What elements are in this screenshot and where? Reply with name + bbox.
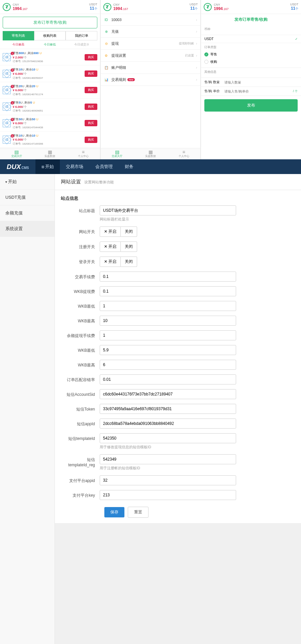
price-input[interactable] bbox=[224, 90, 293, 93]
sell-hex-icon: I卖 bbox=[3, 86, 11, 94]
tab-buy-list[interactable]: 收购列表 bbox=[34, 31, 66, 40]
toggle-off[interactable]: 关闭 bbox=[121, 241, 137, 252]
order-row: I卖3 寄售20U ,剩余20 U ¥ 6.000/个 订单号: 1620814… bbox=[0, 82, 100, 99]
field-label: 短信templateId bbox=[61, 433, 100, 442]
topnav-item[interactable]: 交易市场 bbox=[60, 159, 89, 174]
form-row: 短信AccountSid bbox=[61, 389, 295, 399]
buy-button[interactable]: 购买 bbox=[85, 137, 97, 143]
sell-hex-icon: I卖 bbox=[3, 53, 11, 61]
menu-item[interactable]: 📋 账户明细 › bbox=[101, 62, 201, 74]
sidebar-item[interactable]: 余额充值 bbox=[0, 205, 55, 221]
text-input[interactable] bbox=[100, 286, 236, 296]
usdt-label: USDT bbox=[89, 3, 97, 6]
text-input[interactable] bbox=[100, 475, 236, 485]
order-tabs: 寄售列表 收购列表 我的订单 bbox=[3, 31, 97, 40]
text-input[interactable] bbox=[100, 316, 236, 326]
toggle-on[interactable]: ✕ 开启 bbox=[100, 257, 121, 267]
buy-button[interactable]: 购买 bbox=[85, 70, 97, 77]
tab-my-orders[interactable]: 我的订单 bbox=[66, 31, 97, 40]
order-badge: 3 bbox=[11, 85, 14, 88]
text-input[interactable] bbox=[100, 419, 236, 429]
tab-sell-list[interactable]: 寄售列表 bbox=[3, 31, 34, 40]
menu-icon: ⊕ bbox=[104, 29, 109, 34]
radio-sell[interactable]: ✓ 寄售 bbox=[204, 51, 298, 58]
topnav-item[interactable]: 会员管理 bbox=[89, 159, 119, 174]
chevron-right-icon: › bbox=[196, 30, 197, 33]
buy-button[interactable]: 购买 bbox=[85, 54, 97, 60]
nav-item[interactable]: ≡个人中心 bbox=[167, 148, 201, 159]
text-input[interactable] bbox=[100, 374, 236, 384]
sidebar-item[interactable]: USDT充值 bbox=[0, 190, 55, 205]
buy-button[interactable]: 购买 bbox=[85, 120, 97, 126]
panel-publish-form: ₮ CNY 1994.167 USDT 11个 发布订单寄售/收购 币种 USD… bbox=[201, 0, 301, 159]
logo: DUXCMS bbox=[0, 163, 35, 171]
field-label: 站点标题 bbox=[61, 205, 100, 214]
menu-icon: ID bbox=[104, 17, 109, 22]
form-row: 短信templateId 用于修改提现信息的短信模板ID bbox=[61, 433, 295, 450]
submit-publish-button[interactable]: 发布 bbox=[204, 99, 298, 112]
menu-item[interactable]: 📊 交易规则 New › bbox=[101, 74, 201, 86]
toggle-group: ✕ 开启关闭 bbox=[100, 241, 236, 252]
text-input[interactable] bbox=[100, 205, 236, 215]
publish-order-button[interactable]: 发布订单寄售/收购 bbox=[3, 17, 97, 28]
field-label: WKB最高 bbox=[61, 316, 100, 324]
today-low: 今日最低 bbox=[34, 42, 66, 47]
nav-item[interactable]: ▦实盘数据 bbox=[134, 148, 167, 159]
toggle-off[interactable]: 关闭 bbox=[121, 257, 137, 267]
sidebar-item[interactable]: 开始 bbox=[0, 174, 55, 190]
nav-item[interactable]: ▤交易大厅 bbox=[101, 148, 134, 159]
chevron-right-icon: › bbox=[196, 66, 197, 69]
sidebar-item[interactable]: 系统设置 bbox=[0, 221, 55, 237]
nav-item[interactable]: ≡个人中心 bbox=[67, 148, 100, 159]
tether-icon: ₮ bbox=[3, 3, 11, 11]
toggle-on[interactable]: ✕ 开启 bbox=[100, 226, 121, 237]
menu-item[interactable]: ⊕ 充值 › bbox=[101, 26, 201, 38]
bottom-nav: ▤交易大厅▦实盘数据≡个人中心 bbox=[0, 148, 100, 159]
form-row: 订单匹配容错率 bbox=[61, 374, 295, 384]
text-input[interactable] bbox=[100, 301, 236, 311]
panel-header: ₮ CNY 1994.167 USDT 11个 bbox=[0, 0, 100, 14]
topnav-item[interactable]: 财务 bbox=[119, 159, 139, 174]
menu-item[interactable]: ID 10003 › bbox=[101, 14, 201, 26]
admin-sidebar: 开始USDT充值余额充值系统设置 bbox=[0, 174, 55, 644]
form-row: 短信templateId_reg 用于注册帐的短信模板ID bbox=[61, 454, 295, 471]
form-row: WKB提现费 bbox=[61, 286, 295, 296]
menu-label: 账户明细 bbox=[111, 65, 126, 70]
text-input[interactable] bbox=[100, 404, 236, 414]
order-row: I卖5 寄售50U ,剩余50 U ¥ 6.000/个 订单号: 1620814… bbox=[0, 115, 100, 132]
nav-icon: ▤ bbox=[102, 150, 133, 154]
nav-item[interactable]: ▦实盘数据 bbox=[33, 148, 67, 159]
toggle-off[interactable]: 关闭 bbox=[121, 226, 137, 237]
toggle-on[interactable]: ✕ 开启 bbox=[100, 241, 121, 252]
field-label: 登录开关 bbox=[61, 257, 100, 265]
topnav-item[interactable]: ⊞开始 bbox=[35, 159, 60, 174]
field-label: WKB最低 bbox=[61, 301, 100, 309]
check-icon: ✓ bbox=[295, 37, 298, 41]
form-row: WKB最低 bbox=[61, 345, 295, 355]
buy-button[interactable]: 购买 bbox=[85, 104, 97, 110]
text-input[interactable] bbox=[100, 433, 236, 443]
radio-buy[interactable]: 收购 bbox=[204, 58, 298, 65]
nav-item[interactable]: ▤交易大厅 bbox=[0, 148, 33, 159]
reset-button[interactable]: 重置 bbox=[128, 507, 148, 518]
field-hint: 用于注册帐的短信模板ID bbox=[100, 466, 236, 471]
menu-item[interactable]: ⚙ 提现设置 已设置 › bbox=[101, 50, 201, 62]
text-input[interactable] bbox=[100, 360, 236, 370]
text-input[interactable] bbox=[100, 272, 236, 282]
form-row: WKB最高 bbox=[61, 316, 295, 326]
text-input[interactable] bbox=[100, 330, 236, 340]
nav-icon: ≡ bbox=[68, 150, 99, 154]
publish-title: 发布订单寄售/收购 bbox=[201, 14, 301, 25]
menu-label: 交易规则 bbox=[111, 77, 126, 82]
text-input[interactable] bbox=[100, 454, 236, 464]
text-input[interactable] bbox=[100, 345, 236, 355]
menu-label: 10003 bbox=[111, 18, 122, 22]
windows-icon: ⊞ bbox=[41, 165, 44, 169]
menu-item[interactable]: ⊖ 提现 提现秒到账 › bbox=[101, 38, 201, 50]
qty-input[interactable] bbox=[224, 80, 298, 84]
text-input[interactable] bbox=[100, 490, 236, 500]
text-input[interactable] bbox=[100, 389, 236, 399]
coin-select[interactable]: USDT ✓ bbox=[201, 35, 301, 43]
save-button[interactable]: 保存 bbox=[104, 507, 124, 517]
buy-button[interactable]: 购买 bbox=[85, 87, 97, 93]
